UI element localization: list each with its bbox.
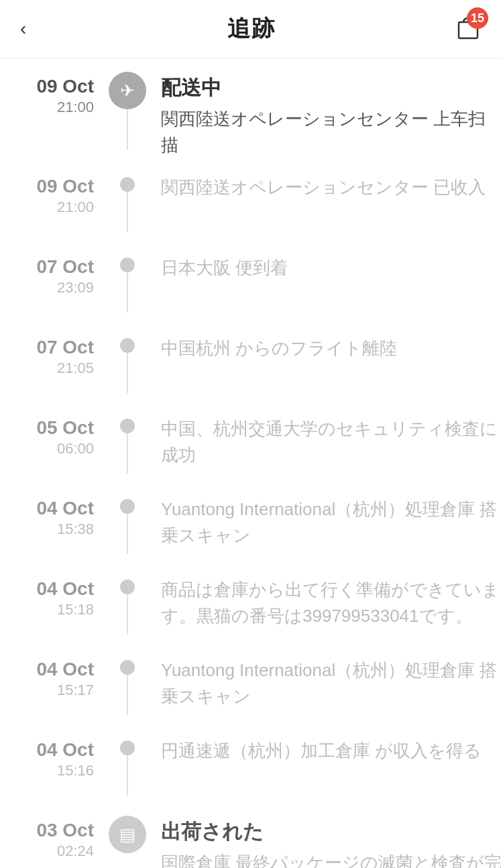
- timeline-date: 04 Oct15:17: [0, 655, 107, 699]
- timeline-desc: 関西陸送オペレーションセンター 已收入: [161, 174, 503, 201]
- date-day: 07 Oct: [0, 256, 94, 278]
- timeline-connector: [107, 413, 148, 474]
- date-time: 21:00: [0, 99, 94, 116]
- timeline-dot: [120, 499, 135, 514]
- timeline-date: 09 Oct21:00: [0, 172, 107, 216]
- timeline-item: 05 Oct06:00中国、杭州交通大学のセキュリティ検査に成功: [0, 413, 503, 494]
- back-button[interactable]: ‹: [20, 19, 26, 38]
- timeline-item: 07 Oct23:09日本大阪 便到着: [0, 252, 503, 333]
- timeline: 09 Oct21:00✈配送中関西陸送オペレーションセンター 上车扫描09 Oc…: [0, 58, 503, 868]
- timeline-item: 09 Oct21:00関西陸送オペレーションセンター 已收入: [0, 172, 503, 252]
- timeline-line: [127, 353, 128, 393]
- date-day: 04 Oct: [0, 578, 94, 600]
- date-time: 15:18: [0, 601, 94, 618]
- plane-icon: ✈: [109, 72, 146, 109]
- date-day: 04 Oct: [0, 659, 94, 680]
- timeline-connector: [107, 252, 148, 313]
- timeline-content: 出荷された国際倉庫 最終パッケージの滅菌と検査が完了し、パッケージが出荷されまし…: [148, 816, 503, 868]
- date-day: 04 Oct: [0, 739, 94, 761]
- cart-icon-wrap: 15: [453, 13, 483, 45]
- timeline-content: Yuantong International（杭州）処理倉庫 搭乗スキャン: [148, 655, 503, 723]
- timeline-date: 03 Oct02:24: [0, 816, 107, 860]
- timeline-desc: 国際倉庫 最終パッケージの滅菌と検査が完了し、パッケージが出荷されました。: [161, 850, 503, 868]
- timeline-date: 09 Oct21:00: [0, 72, 107, 116]
- timeline-connector: [107, 172, 148, 232]
- timeline-connector: ▤: [107, 816, 148, 853]
- timeline-desc: 円通速遞（杭州）加工倉庫 が収入を得る: [161, 738, 503, 764]
- timeline-content: 日本大阪 便到着: [148, 252, 503, 294]
- timeline-desc: 商品は倉庫から出て行く準備ができています。黒猫の番号は399799533041で…: [161, 577, 503, 629]
- timeline-line: [127, 755, 128, 796]
- timeline-status: 出荷された: [161, 818, 503, 846]
- timeline-connector: [107, 333, 148, 393]
- timeline-dot: [120, 338, 135, 353]
- timeline-line: [127, 594, 128, 635]
- timeline-line: [127, 192, 128, 232]
- timeline-content: 商品は倉庫から出て行く準備ができています。黒猫の番号は399799533041で…: [148, 574, 503, 643]
- timeline-date: 07 Oct21:05: [0, 333, 107, 377]
- date-time: 02:24: [0, 843, 94, 860]
- timeline-dot: [120, 660, 135, 675]
- timeline-item: 07 Oct21:05中国杭州 からのフライト離陸: [0, 333, 503, 413]
- timeline-line: [127, 109, 128, 150]
- timeline-item: 04 Oct15:16円通速遞（杭州）加工倉庫 が収入を得る: [0, 735, 503, 816]
- timeline-desc: 中国、杭州交通大学のセキュリティ検査に成功: [161, 416, 503, 468]
- timeline-content: 関西陸送オペレーションセンター 已收入: [148, 172, 503, 214]
- date-time: 15:38: [0, 521, 94, 538]
- date-time: 21:05: [0, 360, 94, 377]
- timeline-date: 04 Oct15:18: [0, 574, 107, 618]
- date-time: 21:00: [0, 199, 94, 216]
- timeline-item: 04 Oct15:38Yuantong International（杭州）処理倉…: [0, 494, 503, 574]
- timeline-dot: [120, 258, 135, 272]
- timeline-dot: [120, 580, 135, 594]
- timeline-line: [127, 433, 128, 474]
- timeline-date: 04 Oct15:38: [0, 494, 107, 538]
- timeline-status: 配送中: [161, 74, 503, 102]
- timeline-connector: ✈: [107, 72, 148, 150]
- timeline-date: 05 Oct06:00: [0, 413, 107, 457]
- timeline-desc: Yuantong International（杭州）処理倉庫 搭乗スキャン: [161, 657, 503, 710]
- timeline-connector: [107, 494, 148, 554]
- timeline-dot: [120, 177, 135, 192]
- timeline-content: Yuantong International（杭州）処理倉庫 搭乗スキャン: [148, 494, 503, 562]
- date-day: 07 Oct: [0, 337, 94, 358]
- timeline-date: 07 Oct23:09: [0, 252, 107, 296]
- timeline-dot: [120, 419, 135, 433]
- timeline-content: 円通速遞（杭州）加工倉庫 が収入を得る: [148, 735, 503, 777]
- timeline-content: 中国杭州 からのフライト離陸: [148, 333, 503, 375]
- timeline-connector: [107, 735, 148, 796]
- timeline-item: 04 Oct15:18商品は倉庫から出て行く準備ができています。黒猫の番号は39…: [0, 574, 503, 655]
- timeline-item: 09 Oct21:00✈配送中関西陸送オペレーションセンター 上车扫描: [0, 72, 503, 172]
- timeline-line: [127, 272, 128, 313]
- timeline-line: [127, 675, 128, 715]
- timeline-desc: 関西陸送オペレーションセンター 上车扫描: [161, 106, 503, 158]
- timeline-desc: Yuantong International（杭州）処理倉庫 搭乗スキャン: [161, 496, 503, 549]
- timeline-content: 配送中関西陸送オペレーションセンター 上车扫描: [148, 72, 503, 172]
- timeline-connector: [107, 574, 148, 635]
- box-icon: ▤: [109, 816, 146, 853]
- date-time: 15:17: [0, 682, 94, 699]
- timeline-desc: 中国杭州 からのフライト離陸: [161, 335, 503, 362]
- cart-badge: 15: [467, 7, 488, 29]
- date-day: 05 Oct: [0, 417, 94, 439]
- date-day: 09 Oct: [0, 76, 94, 97]
- timeline-date: 04 Oct15:16: [0, 735, 107, 779]
- date-time: 23:09: [0, 279, 94, 296]
- cart-button[interactable]: 15: [453, 13, 483, 45]
- timeline-item: 03 Oct02:24▤出荷された国際倉庫 最終パッケージの滅菌と検査が完了し、…: [0, 816, 503, 868]
- date-day: 09 Oct: [0, 176, 94, 197]
- timeline-item: 04 Oct15:17Yuantong International（杭州）処理倉…: [0, 655, 503, 735]
- date-time: 06:00: [0, 440, 94, 457]
- timeline-dot: [120, 741, 135, 755]
- timeline-line: [127, 514, 128, 554]
- date-day: 04 Oct: [0, 498, 94, 519]
- page-title: 追跡: [227, 13, 276, 44]
- header: ‹ 追跡 15: [0, 0, 503, 58]
- timeline-content: 中国、杭州交通大学のセキュリティ検査に成功: [148, 413, 503, 482]
- date-day: 03 Oct: [0, 820, 94, 841]
- timeline-desc: 日本大阪 便到着: [161, 255, 503, 281]
- date-time: 15:16: [0, 762, 94, 779]
- timeline-connector: [107, 655, 148, 715]
